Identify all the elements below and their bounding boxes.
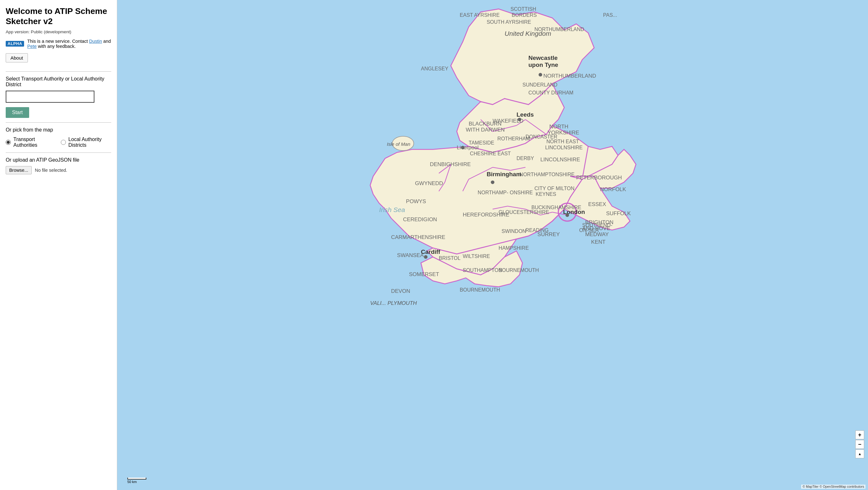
map-panel: United Kingdom NORTHUMBERLAND COUNTY DUR… [117, 0, 868, 490]
svg-text:ANGLESEY: ANGLESEY [421, 66, 448, 71]
svg-text:Isle of Man: Isle of Man [387, 141, 410, 147]
svg-text:BRIGHTON: BRIGHTON [585, 219, 613, 225]
svg-text:PAS...: PAS... [603, 12, 617, 18]
svg-point-71 [565, 213, 569, 217]
svg-text:BOURNEMOUTH: BOURNEMOUTH [460, 287, 500, 292]
svg-point-31 [538, 73, 542, 77]
svg-text:Cardiff: Cardiff [421, 249, 440, 255]
svg-point-75 [424, 255, 427, 259]
map-attribution: © MapTiler © OpenStreetMap contributors [801, 485, 865, 489]
scale-bar [127, 478, 146, 480]
svg-text:NORTHUMBERLAND: NORTHUMBERLAND [534, 26, 584, 32]
svg-text:AND HOVE: AND HOVE [582, 225, 611, 231]
divider-2 [6, 122, 111, 123]
svg-text:VALI... PLYMOUTH: VALI... PLYMOUTH [370, 300, 417, 306]
svg-text:SWINDON: SWINDON [501, 228, 526, 234]
zoom-in-button[interactable]: + [855, 430, 864, 439]
svg-text:NORTHAMP- ONSHIRE: NORTHAMP- ONSHIRE [478, 190, 533, 195]
svg-text:SUNDERLAND: SUNDERLAND [522, 82, 557, 87]
svg-text:COUNTY DURHAM: COUNTY DURHAM [528, 90, 574, 95]
svg-text:NORFOLK: NORFOLK [600, 186, 626, 192]
map-controls: + − ▲ [855, 430, 864, 458]
file-status: No file selected. [35, 168, 67, 173]
svg-text:CITY OF MILTON: CITY OF MILTON [534, 185, 574, 191]
alpha-badge: ALPHA [6, 41, 24, 47]
svg-text:DENBIGHSHIRE: DENBIGHSHIRE [430, 161, 471, 167]
svg-text:WITH DARWEN: WITH DARWEN [466, 127, 505, 133]
svg-text:NORTH: NORTH [549, 124, 568, 129]
radio-transport-label: Transport Authorities [13, 137, 51, 148]
alpha-banner: ALPHA This is a new service. Contact Dus… [6, 39, 111, 49]
svg-text:SOMERSET: SOMERSET [409, 271, 439, 277]
map-svg: United Kingdom NORTHUMBERLAND COUNTY DUR… [117, 0, 868, 490]
radio-transport-authorities[interactable]: Transport Authorities [6, 137, 51, 148]
svg-point-53 [491, 180, 494, 184]
svg-point-37 [518, 118, 521, 121]
svg-text:upon Tyne: upon Tyne [528, 61, 558, 68]
svg-text:KEYNES: KEYNES [536, 191, 556, 197]
radio-local-label: Local Authority Districts [68, 137, 111, 148]
divider-1 [6, 71, 111, 71]
svg-text:TAMESIDE: TAMESIDE [469, 140, 495, 145]
svg-text:ESSEX: ESSEX [588, 201, 606, 207]
contact-pete-link[interactable]: Pete [27, 44, 37, 49]
svg-text:CARMARTHENSHIRE: CARMARTHENSHIRE [391, 234, 445, 240]
svg-text:SUFFOLK: SUFFOLK [606, 210, 631, 217]
svg-text:MEDWAY: MEDWAY [585, 231, 609, 237]
svg-text:KENT: KENT [591, 239, 606, 245]
svg-text:NORTHAMPTONSHIRE: NORTHAMPTONSHIRE [520, 171, 575, 177]
svg-text:Newcastle: Newcastle [528, 55, 558, 61]
scale-label: 50 km [127, 480, 137, 484]
svg-text:BRISTOL: BRISTOL [439, 255, 460, 261]
reset-button[interactable]: ▲ [855, 450, 864, 458]
svg-text:EAST AYRSHIRE: EAST AYRSHIRE [460, 12, 500, 18]
radio-transport-input[interactable] [6, 139, 11, 145]
alpha-message: This is a new service. Contact Dustin an… [27, 39, 111, 49]
svg-text:GWYNEDD: GWYNEDD [415, 180, 443, 186]
svg-text:SOUTHAMPTON: SOUTHAMPTON [463, 267, 502, 273]
browse-button[interactable]: Browse... [6, 166, 32, 174]
zoom-out-button[interactable]: − [855, 440, 864, 449]
svg-text:NORTH EAST: NORTH EAST [547, 139, 579, 144]
svg-text:SWANSEA: SWANSEA [397, 252, 424, 258]
svg-text:WILTSHIRE: WILTSHIRE [463, 253, 490, 259]
svg-text:SOUTH AYRSHIRE: SOUTH AYRSHIRE [487, 19, 531, 25]
svg-text:PETERBOROUGH: PETERBOROUGH [576, 175, 622, 181]
about-button[interactable]: About [6, 53, 28, 62]
svg-text:DEVON: DEVON [391, 288, 410, 294]
pick-map-label: Or pick from the map [6, 127, 111, 133]
svg-text:LINCOLNSHIRE: LINCOLNSHIRE [540, 156, 580, 163]
start-button[interactable]: Start [6, 107, 29, 118]
app-version: App version: Public (development) [6, 29, 111, 34]
svg-text:POWYS: POWYS [406, 198, 426, 204]
svg-text:Birmingham: Birmingham [487, 171, 521, 177]
divider-3 [6, 152, 111, 153]
svg-point-41 [461, 146, 464, 149]
upload-label: Or upload an ATIP GeoJSON file [6, 157, 111, 163]
svg-text:LINCOLNSHIRE: LINCOLNSHIRE [545, 145, 583, 150]
svg-text:BORDERS: BORDERS [512, 12, 537, 18]
file-upload-row: Browse... No file selected. [6, 166, 111, 174]
svg-text:Leeds: Leeds [516, 111, 533, 118]
radio-group: Transport Authorities Local Authority Di… [6, 137, 111, 148]
authority-search-input[interactable] [6, 91, 94, 103]
left-panel: Welcome to ATIP Scheme Sketcher v2 App v… [0, 0, 117, 490]
radio-local-authority-districts[interactable]: Local Authority Districts [61, 137, 111, 148]
svg-text:DERBY: DERBY [516, 155, 534, 161]
svg-text:SCOTTISH: SCOTTISH [511, 6, 536, 12]
svg-text:HAMPSHIRE: HAMPSHIRE [499, 245, 529, 251]
search-label: Select Transport Authority or Local Auth… [6, 76, 111, 87]
svg-text:Irish Sea: Irish Sea [379, 206, 405, 213]
page-title: Welcome to ATIP Scheme Sketcher v2 [6, 6, 111, 26]
map-scale: 50 km [127, 478, 146, 484]
contact-dustin-link[interactable]: Dustin [89, 39, 102, 44]
svg-text:BOURNEMOUTH: BOURNEMOUTH [499, 267, 539, 273]
svg-text:CEREDIGION: CEREDIGION [403, 217, 437, 223]
radio-local-input[interactable] [61, 139, 66, 145]
svg-text:CHESHIRE EAST: CHESHIRE EAST [470, 150, 511, 156]
svg-text:SURREY: SURREY [537, 231, 560, 237]
svg-text:NORTHUMBERLAND: NORTHUMBERLAND [543, 73, 596, 79]
